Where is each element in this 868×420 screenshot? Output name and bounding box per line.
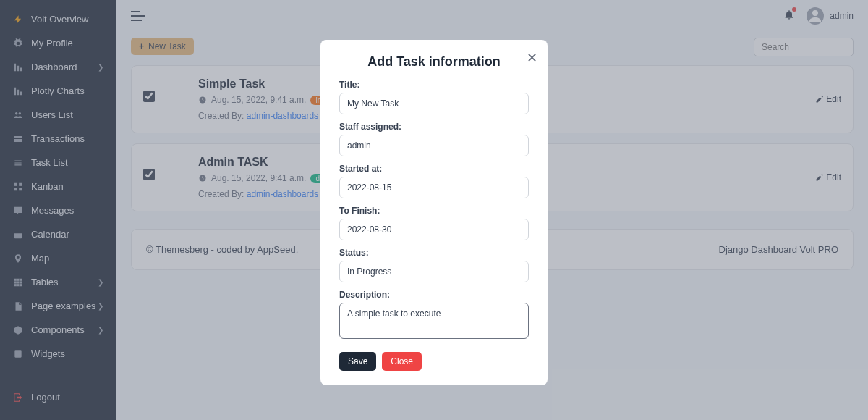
description-textarea[interactable]: A simple task to execute — [339, 303, 529, 339]
finish-label: To Finish: — [339, 206, 529, 216]
save-button[interactable]: Save — [339, 352, 376, 371]
status-label: Status: — [339, 248, 529, 258]
description-label: Description: — [339, 290, 529, 300]
staff-select[interactable] — [339, 135, 529, 156]
started-label: Started at: — [339, 164, 529, 174]
finish-input[interactable] — [339, 219, 529, 240]
title-label: Title: — [339, 80, 529, 90]
staff-label: Staff assigned: — [339, 122, 529, 132]
close-icon[interactable]: ✕ — [527, 50, 537, 66]
started-input[interactable] — [339, 177, 529, 198]
close-button[interactable]: Close — [382, 352, 422, 371]
modal-title: Add Task information — [339, 54, 529, 70]
status-select[interactable] — [339, 261, 529, 282]
modal-overlay[interactable]: ✕ Add Task information Title: Staff assi… — [0, 0, 868, 420]
add-task-modal: ✕ Add Task information Title: Staff assi… — [320, 40, 548, 385]
title-input[interactable] — [339, 93, 529, 114]
